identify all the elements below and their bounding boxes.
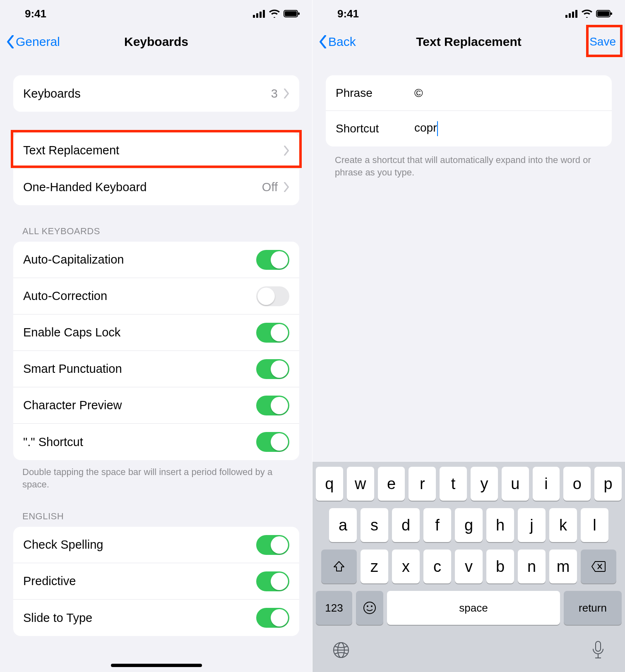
svg-rect-8 — [569, 13, 571, 18]
right-phone-screen: 9:41 Back Text Replacement Save Phrase © — [312, 0, 625, 672]
battery-icon — [596, 10, 613, 18]
english-group: Check Spelling Predictive Slide to Type — [13, 527, 299, 636]
chevron-left-icon — [318, 35, 327, 48]
shortcut-row[interactable]: Shortcut copr — [326, 111, 612, 146]
shift-key[interactable] — [321, 550, 357, 583]
check-spelling-toggle[interactable] — [256, 535, 289, 555]
key-h[interactable]: h — [486, 508, 514, 542]
char-preview-cell[interactable]: Character Preview — [13, 387, 299, 424]
key-m[interactable]: m — [549, 550, 577, 583]
key-row-3: zxcvbnm — [316, 550, 622, 583]
numbers-key[interactable]: 123 — [316, 591, 352, 625]
predictive-cell[interactable]: Predictive — [13, 563, 299, 600]
key-p[interactable]: p — [594, 467, 622, 501]
key-c[interactable]: c — [423, 550, 451, 583]
auto-cap-cell[interactable]: Auto-Capitalization — [13, 242, 299, 278]
globe-key[interactable] — [332, 641, 350, 660]
svg-rect-7 — [565, 15, 567, 18]
chevron-left-icon — [6, 35, 15, 48]
key-a[interactable]: a — [329, 508, 357, 542]
back-button[interactable]: Back — [318, 35, 356, 49]
key-s[interactable]: s — [361, 508, 388, 542]
globe-icon — [332, 641, 350, 659]
key-x[interactable]: x — [392, 550, 420, 583]
svg-rect-12 — [597, 11, 609, 16]
auto-cap-toggle[interactable] — [256, 250, 289, 270]
one-handed-value: Off — [262, 180, 278, 194]
key-row-2: asdfghjkl — [316, 508, 622, 542]
wifi-icon — [269, 10, 280, 18]
auto-corr-cell[interactable]: Auto-Correction — [13, 278, 299, 314]
back-label: General — [16, 35, 60, 49]
svg-rect-3 — [263, 10, 265, 18]
key-v[interactable]: v — [455, 550, 483, 583]
key-q[interactable]: q — [316, 467, 343, 501]
emoji-key[interactable] — [356, 591, 383, 625]
slide-to-type-label: Slide to Type — [23, 611, 92, 625]
phrase-value[interactable]: © — [414, 86, 602, 100]
key-n[interactable]: n — [518, 550, 546, 583]
key-k[interactable]: k — [549, 508, 577, 542]
shortcut-input[interactable]: copr — [414, 121, 602, 136]
svg-rect-9 — [572, 12, 574, 18]
chevron-right-icon — [284, 89, 289, 98]
dot-shortcut-toggle[interactable] — [256, 432, 289, 452]
phrase-row[interactable]: Phrase © — [326, 75, 612, 111]
key-d[interactable]: d — [392, 508, 420, 542]
key-g[interactable]: g — [455, 508, 483, 542]
smart-punc-toggle[interactable] — [256, 359, 289, 379]
one-handed-label: One-Handed Keyboard — [23, 180, 147, 194]
caps-lock-cell[interactable]: Enable Caps Lock — [13, 314, 299, 351]
key-l[interactable]: l — [581, 508, 608, 542]
one-handed-cell[interactable]: One-Handed Keyboard Off — [13, 169, 299, 205]
char-preview-toggle[interactable] — [256, 396, 289, 415]
dictation-key[interactable] — [591, 641, 605, 661]
slide-to-type-toggle[interactable] — [256, 608, 289, 628]
key-row-bottom: 123 space return — [316, 591, 622, 625]
key-j[interactable]: j — [518, 508, 546, 542]
key-u[interactable]: u — [502, 467, 529, 501]
key-e[interactable]: e — [378, 467, 405, 501]
navbar: Back Text Replacement Save — [312, 27, 625, 56]
backspace-key[interactable] — [581, 550, 616, 583]
navbar: General Keyboards — [0, 27, 312, 56]
predictive-label: Predictive — [23, 574, 76, 588]
svg-rect-2 — [260, 12, 262, 18]
key-z[interactable]: z — [361, 550, 388, 583]
key-w[interactable]: w — [347, 467, 374, 501]
predictive-toggle[interactable] — [256, 571, 289, 591]
left-phone-screen: 9:41 General Keyboards Keyboards 3 — [0, 0, 312, 672]
key-f[interactable]: f — [423, 508, 451, 542]
emoji-icon — [363, 601, 377, 615]
space-key[interactable]: space — [387, 591, 560, 625]
highlight-text-replacement — [11, 130, 302, 168]
phrase-label: Phrase — [336, 86, 414, 100]
svg-rect-10 — [575, 10, 577, 18]
return-key[interactable]: return — [564, 591, 622, 625]
key-o[interactable]: o — [563, 467, 591, 501]
auto-corr-toggle[interactable] — [256, 286, 289, 306]
key-t[interactable]: t — [440, 467, 467, 501]
dot-shortcut-label: "." Shortcut — [23, 435, 83, 449]
slide-to-type-cell[interactable]: Slide to Type — [13, 600, 299, 636]
auto-cap-label: Auto-Capitalization — [23, 253, 124, 266]
back-button[interactable]: General — [6, 35, 60, 49]
svg-point-16 — [371, 605, 373, 607]
smart-punc-label: Smart Punctuation — [23, 362, 122, 376]
keyboards-value: 3 — [271, 87, 278, 101]
cellular-icon — [253, 10, 265, 18]
key-r[interactable]: r — [409, 467, 436, 501]
home-indicator[interactable] — [111, 664, 202, 667]
back-label: Back — [328, 35, 356, 49]
svg-rect-6 — [298, 12, 300, 15]
keyboards-cell[interactable]: Keyboards 3 — [13, 75, 299, 112]
check-spelling-cell[interactable]: Check Spelling — [13, 527, 299, 563]
key-b[interactable]: b — [486, 550, 514, 583]
key-y[interactable]: y — [471, 467, 498, 501]
svg-rect-1 — [256, 13, 258, 18]
key-i[interactable]: i — [533, 467, 560, 501]
caps-lock-toggle[interactable] — [256, 323, 289, 343]
smart-punc-cell[interactable]: Smart Punctuation — [13, 351, 299, 387]
key-row-1: qwertyuiop — [316, 467, 622, 501]
dot-shortcut-cell[interactable]: "." Shortcut — [13, 424, 299, 460]
